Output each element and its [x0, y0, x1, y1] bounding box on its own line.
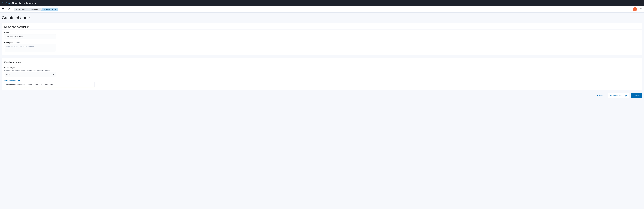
webhook-url-input[interactable]: [4, 82, 94, 87]
breadcrumb-label: Notifications: [16, 8, 25, 10]
avatar-initial: j: [634, 8, 635, 10]
avatar: j: [633, 7, 637, 11]
breadcrumb-notifications[interactable]: Notifications: [14, 8, 28, 11]
send-test-message-button[interactable]: Send test message: [608, 93, 629, 98]
channel-type-label: Channel type: [4, 67, 640, 69]
channel-type-select[interactable]: Slack: [4, 72, 56, 77]
description-textarea[interactable]: [4, 44, 56, 52]
create-button[interactable]: Create: [631, 93, 642, 98]
panel-heading: Configurations: [2, 58, 642, 65]
page-title: Create channel: [2, 15, 642, 20]
cancel-button[interactable]: Cancel: [595, 93, 606, 98]
panel-heading: Name and description: [2, 23, 642, 30]
user-avatar-button[interactable]: j: [632, 6, 638, 12]
hamburger-icon: [2, 8, 4, 10]
menu-toggle-button[interactable]: [0, 6, 6, 12]
panel-name-description: Name and description Name Description - …: [2, 23, 642, 55]
field-description: Description - optional: [4, 42, 640, 53]
breadcrumb-label: Channels: [31, 8, 38, 10]
breadcrumb: Notifications Channels Create channel: [12, 6, 58, 12]
channel-type-hint: Channel type cannot be changed after the…: [4, 69, 640, 71]
opensearch-logo-icon: [2, 2, 4, 4]
webhook-url-label[interactable]: Slack webhook URL: [4, 79, 640, 81]
footer-actions: Cancel Send test message Create: [2, 93, 642, 98]
breadcrumb-channels[interactable]: Channels: [28, 8, 41, 11]
brand-text: OpenSearch Dashboards: [6, 2, 36, 5]
field-channel-type: Channel type Channel type cannot be chan…: [4, 67, 640, 77]
home-button[interactable]: [6, 6, 12, 12]
field-name: Name: [4, 32, 640, 39]
nav-bar: Notifications Channels Create channel j: [0, 6, 644, 12]
panel-configurations: Configurations Channel type Channel type…: [2, 58, 642, 90]
description-label: Description - optional: [4, 42, 640, 43]
brand-bar: OpenSearch Dashboards: [0, 0, 644, 6]
breadcrumb-label: Create channel: [44, 8, 56, 10]
help-button[interactable]: [638, 6, 644, 12]
svg-point-1: [641, 9, 641, 10]
field-webhook-url: Slack webhook URL: [4, 79, 640, 87]
name-label: Name: [4, 32, 640, 34]
page-body: Create channel Name and description Name…: [0, 12, 644, 102]
name-input[interactable]: [4, 34, 56, 39]
brand-logo[interactable]: OpenSearch Dashboards: [2, 2, 36, 5]
breadcrumb-create-channel[interactable]: Create channel: [41, 8, 58, 11]
help-icon: [640, 8, 642, 11]
home-icon: [8, 8, 10, 11]
